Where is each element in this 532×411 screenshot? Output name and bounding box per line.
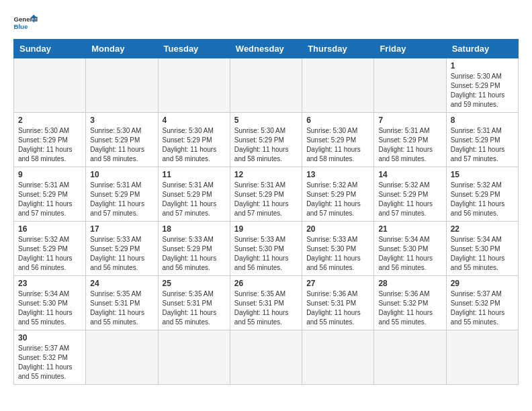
- day-info: Sunrise: 5:30 AMSunset: 5:29 PMDaylight:…: [306, 126, 369, 164]
- day-info: Sunrise: 5:37 AMSunset: 5:32 PMDaylight:…: [451, 289, 514, 327]
- calendar-cell: 23Sunrise: 5:34 AMSunset: 5:30 PMDayligh…: [14, 276, 86, 330]
- day-info: Sunrise: 5:36 AMSunset: 5:32 PMDaylight:…: [378, 289, 441, 327]
- weekday-header-tuesday: Tuesday: [158, 40, 230, 58]
- day-number: 25: [163, 279, 226, 288]
- day-number: 21: [378, 224, 441, 234]
- day-info: Sunrise: 5:31 AMSunset: 5:29 PMDaylight:…: [163, 181, 226, 218]
- day-number: 28: [378, 279, 441, 288]
- day-info: Sunrise: 5:31 AMSunset: 5:29 PMDaylight:…: [451, 126, 514, 164]
- day-number: 13: [306, 170, 369, 179]
- day-info: Sunrise: 5:36 AMSunset: 5:31 PMDaylight:…: [306, 289, 369, 327]
- calendar-cell: [86, 58, 158, 113]
- day-info: Sunrise: 5:31 AMSunset: 5:29 PMDaylight:…: [18, 181, 81, 218]
- day-info: Sunrise: 5:33 AMSunset: 5:29 PMDaylight:…: [90, 235, 153, 273]
- day-number: 20: [306, 224, 369, 234]
- day-info: Sunrise: 5:31 AMSunset: 5:29 PMDaylight:…: [378, 126, 441, 164]
- day-number: 19: [234, 224, 298, 234]
- day-info: Sunrise: 5:30 AMSunset: 5:29 PMDaylight:…: [234, 126, 298, 164]
- day-info: Sunrise: 5:30 AMSunset: 5:29 PMDaylight:…: [18, 126, 81, 164]
- day-info: Sunrise: 5:33 AMSunset: 5:29 PMDaylight:…: [163, 235, 226, 273]
- calendar-cell: [374, 330, 446, 385]
- calendar-cell: 18Sunrise: 5:33 AMSunset: 5:29 PMDayligh…: [158, 222, 230, 276]
- day-number: 18: [163, 224, 226, 234]
- day-info: Sunrise: 5:32 AMSunset: 5:29 PMDaylight:…: [451, 181, 514, 218]
- weekday-header-wednesday: Wednesday: [230, 40, 302, 58]
- day-number: 15: [451, 170, 514, 179]
- day-info: Sunrise: 5:32 AMSunset: 5:29 PMDaylight:…: [306, 181, 369, 218]
- calendar-cell: 1Sunrise: 5:30 AMSunset: 5:29 PMDaylight…: [446, 58, 518, 113]
- calendar-week-3: 16Sunrise: 5:32 AMSunset: 5:29 PMDayligh…: [14, 222, 519, 276]
- day-number: 5: [234, 116, 298, 125]
- calendar-cell: 7Sunrise: 5:31 AMSunset: 5:29 PMDaylight…: [374, 113, 446, 167]
- calendar-cell: 14Sunrise: 5:32 AMSunset: 5:29 PMDayligh…: [374, 167, 446, 222]
- weekday-header-monday: Monday: [86, 40, 158, 58]
- calendar-cell: [374, 58, 446, 113]
- day-info: Sunrise: 5:35 AMSunset: 5:31 PMDaylight:…: [90, 289, 153, 327]
- day-number: 23: [18, 279, 81, 288]
- day-number: 7: [378, 116, 441, 125]
- calendar-cell: 22Sunrise: 5:34 AMSunset: 5:30 PMDayligh…: [446, 222, 518, 276]
- calendar-cell: 8Sunrise: 5:31 AMSunset: 5:29 PMDaylight…: [446, 113, 518, 167]
- calendar-cell: [14, 58, 86, 113]
- day-number: 12: [234, 170, 298, 179]
- weekday-header-sunday: Sunday: [14, 40, 86, 58]
- calendar-cell: 9Sunrise: 5:31 AMSunset: 5:29 PMDaylight…: [14, 167, 86, 222]
- weekday-header-friday: Friday: [374, 40, 446, 58]
- day-number: 14: [378, 170, 441, 179]
- calendar-cell: 4Sunrise: 5:30 AMSunset: 5:29 PMDaylight…: [158, 113, 230, 167]
- weekday-header-thursday: Thursday: [302, 40, 374, 58]
- calendar-cell: 5Sunrise: 5:30 AMSunset: 5:29 PMDaylight…: [230, 113, 302, 167]
- calendar-cell: 12Sunrise: 5:31 AMSunset: 5:29 PMDayligh…: [230, 167, 302, 222]
- calendar-cell: 13Sunrise: 5:32 AMSunset: 5:29 PMDayligh…: [302, 167, 374, 222]
- calendar-cell: 29Sunrise: 5:37 AMSunset: 5:32 PMDayligh…: [446, 276, 518, 330]
- day-number: 4: [163, 116, 226, 125]
- day-number: 3: [90, 116, 153, 125]
- calendar-cell: [230, 330, 302, 385]
- calendar-cell: 6Sunrise: 5:30 AMSunset: 5:29 PMDaylight…: [302, 113, 374, 167]
- day-number: 22: [451, 224, 514, 234]
- day-info: Sunrise: 5:30 AMSunset: 5:29 PMDaylight:…: [90, 126, 153, 164]
- day-info: Sunrise: 5:32 AMSunset: 5:29 PMDaylight:…: [378, 181, 441, 218]
- day-info: Sunrise: 5:34 AMSunset: 5:30 PMDaylight:…: [18, 289, 81, 327]
- day-number: 26: [234, 279, 298, 288]
- calendar-cell: [86, 330, 158, 385]
- day-number: 11: [163, 170, 226, 179]
- day-number: 30: [18, 333, 81, 342]
- calendar-cell: [230, 58, 302, 113]
- day-info: Sunrise: 5:35 AMSunset: 5:31 PMDaylight:…: [234, 289, 298, 327]
- calendar-week-2: 9Sunrise: 5:31 AMSunset: 5:29 PMDaylight…: [14, 167, 519, 222]
- calendar-cell: 15Sunrise: 5:32 AMSunset: 5:29 PMDayligh…: [446, 167, 518, 222]
- day-number: 1: [451, 61, 514, 71]
- day-info: Sunrise: 5:30 AMSunset: 5:29 PMDaylight:…: [163, 126, 226, 164]
- logo: General Blue: [13, 13, 38, 32]
- calendar-cell: [158, 58, 230, 113]
- calendar-week-0: 1Sunrise: 5:30 AMSunset: 5:29 PMDaylight…: [14, 58, 519, 113]
- calendar-cell: 19Sunrise: 5:33 AMSunset: 5:30 PMDayligh…: [230, 222, 302, 276]
- calendar-cell: [302, 58, 374, 113]
- calendar-cell: 20Sunrise: 5:33 AMSunset: 5:30 PMDayligh…: [302, 222, 374, 276]
- calendar-cell: 25Sunrise: 5:35 AMSunset: 5:31 PMDayligh…: [158, 276, 230, 330]
- calendar-cell: [302, 330, 374, 385]
- calendar-cell: [446, 330, 518, 385]
- weekday-header-saturday: Saturday: [446, 40, 518, 58]
- calendar-cell: 10Sunrise: 5:31 AMSunset: 5:29 PMDayligh…: [86, 167, 158, 222]
- day-number: 17: [90, 224, 153, 234]
- header: General Blue: [13, 13, 519, 32]
- calendar-week-5: 30Sunrise: 5:37 AMSunset: 5:32 PMDayligh…: [14, 330, 519, 385]
- day-number: 29: [451, 279, 514, 288]
- day-info: Sunrise: 5:31 AMSunset: 5:29 PMDaylight:…: [90, 181, 153, 218]
- calendar-cell: 28Sunrise: 5:36 AMSunset: 5:32 PMDayligh…: [374, 276, 446, 330]
- weekday-header-row: SundayMondayTuesdayWednesdayThursdayFrid…: [14, 40, 519, 58]
- day-info: Sunrise: 5:31 AMSunset: 5:29 PMDaylight:…: [234, 181, 298, 218]
- day-info: Sunrise: 5:37 AMSunset: 5:32 PMDaylight:…: [18, 344, 81, 381]
- calendar-cell: 21Sunrise: 5:34 AMSunset: 5:30 PMDayligh…: [374, 222, 446, 276]
- calendar-cell: 11Sunrise: 5:31 AMSunset: 5:29 PMDayligh…: [158, 167, 230, 222]
- calendar: SundayMondayTuesdayWednesdayThursdayFrid…: [13, 39, 519, 385]
- calendar-cell: 3Sunrise: 5:30 AMSunset: 5:29 PMDaylight…: [86, 113, 158, 167]
- day-number: 8: [451, 116, 514, 125]
- calendar-cell: [158, 330, 230, 385]
- calendar-cell: 2Sunrise: 5:30 AMSunset: 5:29 PMDaylight…: [14, 113, 86, 167]
- day-number: 16: [18, 224, 81, 234]
- calendar-cell: 30Sunrise: 5:37 AMSunset: 5:32 PMDayligh…: [14, 330, 86, 385]
- calendar-cell: 17Sunrise: 5:33 AMSunset: 5:29 PMDayligh…: [86, 222, 158, 276]
